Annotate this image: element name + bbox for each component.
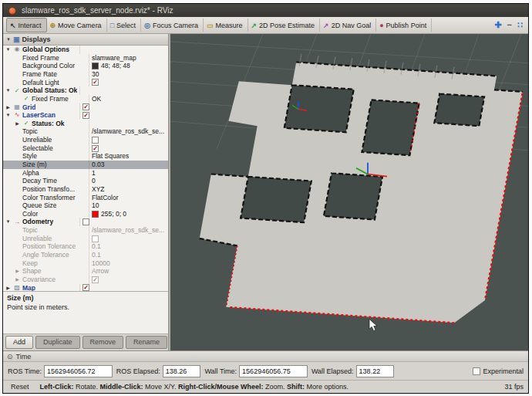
tree-row[interactable]: Unreliable (3, 136, 168, 144)
experimental-checkbox[interactable] (473, 367, 480, 375)
expand-icon[interactable]: ▶ (14, 120, 21, 128)
collapse-icon[interactable]: ▼ (5, 218, 12, 226)
expand-icon[interactable]: ▶ (14, 276, 21, 284)
property-value-cell[interactable]: OK (89, 95, 168, 103)
property-value-cell[interactable] (89, 120, 168, 128)
tool-select[interactable]: □Select (107, 19, 141, 32)
tree-row[interactable]: Background Color48; 48; 48 (3, 62, 168, 70)
property-value-cell[interactable]: slamware_map (89, 54, 168, 63)
property-value-cell[interactable]: 0.03 (89, 161, 168, 169)
tree-row[interactable]: Selectable✓ (3, 144, 168, 153)
tree-row[interactable]: ▶ShapeArrow (3, 267, 168, 276)
ros-time-input[interactable] (44, 365, 113, 377)
tree-row[interactable]: Unreliable (3, 235, 168, 243)
property-value-cell[interactable] (89, 136, 168, 144)
property-value-cell[interactable]: 1 (89, 169, 168, 178)
tool-interact[interactable]: ↖Interact (6, 18, 47, 32)
enabled-checkbox[interactable] (82, 218, 89, 225)
property-value-cell[interactable]: 255; 0; 0 (89, 210, 168, 218)
reset-button[interactable]: Reset (8, 383, 32, 391)
tree-row[interactable]: ▶✓Status: Ok (3, 120, 168, 128)
enabled-checkbox[interactable]: ✓ (82, 284, 89, 291)
titlebar[interactable]: slamware_ros_sdk_server_node.rviz* - RVi… (3, 4, 528, 17)
tree-row[interactable]: Topic/slamware_ros_sdk_se... (3, 127, 168, 136)
tree-row[interactable]: Default Light✓ (3, 79, 168, 87)
property-value-cell[interactable]: ✓ (89, 276, 168, 284)
tree-row[interactable]: ▼◉Global Options (3, 46, 168, 54)
tree-row[interactable]: Fixed Frameslamware_map (3, 54, 168, 63)
tool-publish-point[interactable]: ●Publish Point (376, 19, 432, 32)
expand-icon[interactable]: ▶ (5, 284, 12, 291)
wall-time-input[interactable] (239, 365, 308, 377)
property-value-cell[interactable]: 48; 48; 48 (89, 62, 168, 70)
tree-row[interactable]: StyleFlat Squares (3, 152, 168, 161)
property-value-cell[interactable]: ✓ (89, 79, 168, 87)
property-value-cell[interactable]: 0.1 (89, 251, 168, 259)
property-value-cell[interactable]: Arrow (89, 267, 168, 276)
enabled-checkbox[interactable]: ✓ (92, 79, 99, 86)
property-value-cell[interactable]: ✓ (79, 111, 168, 120)
tool-focus-camera[interactable]: ◎Focus Camera (141, 19, 204, 32)
property-value-cell[interactable]: 10000 (89, 259, 168, 268)
property-value-cell[interactable]: ✓ (89, 144, 168, 153)
ros-elapsed-input[interactable] (163, 365, 201, 377)
tree-row[interactable]: ▼✓Global Status: Ok (3, 86, 168, 95)
enabled-checkbox[interactable] (92, 137, 99, 144)
tree-row[interactable]: ▶▦Grid✓ (3, 103, 168, 111)
tree-row[interactable]: Decay Time0 (3, 177, 168, 185)
tree-row[interactable]: ▼∿LaserScan✓ (3, 111, 168, 120)
property-value-cell[interactable]: 0.1 (89, 242, 168, 251)
tree-row[interactable]: ▶Covariance✓ (3, 276, 168, 284)
tool-move-camera[interactable]: ⊕Move Camera (47, 19, 107, 32)
enabled-checkbox[interactable]: ✓ (92, 276, 99, 283)
tool-2d-nav-goal[interactable]: ↗2D Nav Goal (320, 19, 376, 32)
enabled-checkbox[interactable]: ✓ (82, 103, 89, 110)
enabled-checkbox[interactable]: ✓ (92, 145, 99, 152)
property-value-cell[interactable] (79, 46, 168, 54)
tree-row[interactable]: Position Tolerance0.1 (3, 242, 168, 251)
property-value-cell[interactable]: ✓ (79, 103, 168, 111)
enabled-checkbox[interactable]: ✓ (82, 112, 89, 119)
tree-row[interactable]: Keep10000 (3, 259, 168, 268)
collapse-icon[interactable]: ▼ (6, 37, 11, 42)
wall-elapsed-input[interactable] (356, 365, 395, 377)
enabled-checkbox[interactable] (92, 235, 99, 242)
color-swatch[interactable] (92, 63, 99, 69)
plus-icon[interactable]: ✚ (494, 20, 501, 30)
tool-2d-pose-estimate[interactable]: ↗2D Pose Estimate (248, 19, 321, 32)
tree-row[interactable]: Frame Rate30 (3, 70, 168, 79)
tree-row[interactable]: Topic/slamware_ros_sdk_se... (3, 226, 168, 235)
tree-row[interactable]: Size (m)0.03 (3, 161, 168, 169)
collapse-icon[interactable]: ▼ (5, 86, 12, 95)
property-value-cell[interactable]: Flat Squares (89, 152, 168, 161)
expand-icon[interactable]: ▶ (5, 103, 12, 112)
tree-row[interactable]: Angle Tolerance0.1 (3, 251, 168, 259)
tree-row[interactable]: ▼→Odometry (3, 218, 168, 226)
property-value-cell[interactable]: 10 (89, 201, 168, 210)
tree-row[interactable]: Queue Size10 (3, 201, 168, 210)
tree-row[interactable]: Color TransformerFlatColor (3, 194, 168, 202)
experimental-toggle[interactable]: Experimental (473, 367, 524, 375)
collapse-icon[interactable]: ▼ (5, 111, 12, 120)
render-view[interactable] (170, 34, 528, 350)
collapse-icon[interactable]: ▼ (5, 46, 12, 54)
tree-row[interactable]: ✓Fixed FrameOK (3, 95, 168, 103)
tree-row[interactable]: Position Transfo...XYZ (3, 185, 168, 194)
time-panel-header[interactable]: ⊙ Time (3, 351, 528, 362)
property-value-cell[interactable]: 0 (89, 177, 168, 185)
property-value-cell[interactable] (79, 86, 168, 95)
grip-icon[interactable]: ∷ (517, 20, 523, 30)
property-value-cell[interactable] (79, 218, 168, 226)
property-value-cell[interactable]: /slamware_ros_sdk_se... (89, 127, 168, 136)
displays-panel-header[interactable]: ▼ ▣ Displays (3, 34, 168, 46)
property-value-cell[interactable]: 30 (89, 70, 168, 79)
property-value-cell[interactable]: /slamware_ros_sdk_se... (89, 226, 168, 235)
property-value-cell[interactable]: ✓ (79, 284, 168, 291)
property-value-cell[interactable]: FlatColor (89, 194, 168, 202)
tree-row[interactable]: Alpha1 (3, 169, 168, 178)
tree-row[interactable]: ▶▨Map✓ (3, 284, 168, 291)
minus-icon[interactable]: − (507, 20, 512, 30)
add-button[interactable]: Add (5, 336, 33, 349)
color-swatch[interactable] (92, 211, 99, 218)
tool-measure[interactable]: ▭Measure (204, 19, 248, 32)
